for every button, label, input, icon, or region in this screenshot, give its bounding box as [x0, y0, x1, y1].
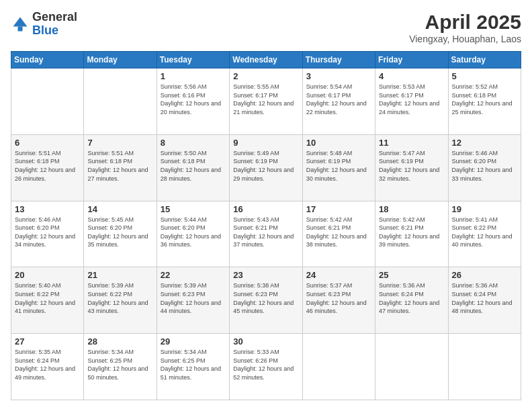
calendar-cell [448, 334, 521, 400]
calendar-cell: 16Sunrise: 5:43 AMSunset: 6:21 PMDayligh… [230, 201, 302, 267]
calendar-cell: 12Sunrise: 5:46 AMSunset: 6:20 PMDayligh… [448, 134, 521, 201]
logo-general-text: General [32, 11, 77, 24]
day-info: Sunrise: 5:45 AMSunset: 6:20 PMDaylight:… [87, 216, 152, 249]
day-info: Sunrise: 5:48 AMSunset: 6:19 PMDaylight:… [306, 149, 371, 183]
calendar-cell: 2Sunrise: 5:55 AMSunset: 6:17 PMDaylight… [230, 68, 302, 135]
svg-marker-0 [13, 17, 28, 26]
day-number: 1 [161, 71, 226, 81]
weekday-header-thursday: Thursday [302, 52, 375, 68]
day-info: Sunrise: 5:54 AMSunset: 6:17 PMDaylight:… [306, 83, 371, 116]
day-info: Sunrise: 5:40 AMSunset: 6:22 PMDaylight:… [15, 281, 80, 315]
weekday-header-monday: Monday [84, 52, 157, 68]
calendar-cell: 13Sunrise: 5:46 AMSunset: 6:20 PMDayligh… [11, 201, 84, 267]
calendar-cell: 17Sunrise: 5:42 AMSunset: 6:21 PMDayligh… [302, 201, 375, 267]
calendar-cell: 28Sunrise: 5:34 AMSunset: 6:25 PMDayligh… [84, 334, 157, 400]
day-number: 20 [15, 270, 80, 280]
day-number: 23 [233, 270, 298, 280]
day-number: 14 [87, 204, 152, 214]
weekday-header-row: SundayMondayTuesdayWednesdayThursdayFrid… [11, 52, 521, 68]
day-number: 29 [161, 336, 226, 347]
day-info: Sunrise: 5:36 AMSunset: 6:24 PMDaylight:… [379, 281, 444, 315]
day-info: Sunrise: 5:41 AMSunset: 6:22 PMDaylight:… [452, 216, 517, 249]
day-number: 8 [161, 138, 226, 148]
day-info: Sunrise: 5:38 AMSunset: 6:23 PMDaylight:… [233, 281, 298, 315]
calendar-cell: 8Sunrise: 5:50 AMSunset: 6:18 PMDaylight… [157, 134, 229, 201]
calendar-cell: 21Sunrise: 5:39 AMSunset: 6:22 PMDayligh… [84, 267, 157, 334]
day-info: Sunrise: 5:43 AMSunset: 6:21 PMDaylight:… [233, 216, 298, 249]
day-info: Sunrise: 5:52 AMSunset: 6:18 PMDaylight:… [452, 83, 517, 116]
day-info: Sunrise: 5:42 AMSunset: 6:21 PMDaylight:… [306, 216, 371, 249]
calendar-cell: 15Sunrise: 5:44 AMSunset: 6:20 PMDayligh… [157, 201, 229, 267]
day-info: Sunrise: 5:46 AMSunset: 6:20 PMDaylight:… [452, 149, 517, 183]
calendar-cell [302, 334, 375, 400]
day-info: Sunrise: 5:51 AMSunset: 6:18 PMDaylight:… [15, 149, 80, 183]
day-number: 2 [233, 71, 298, 81]
weekday-header-sunday: Sunday [11, 52, 84, 68]
day-number: 22 [161, 270, 226, 280]
weekday-header-friday: Friday [375, 52, 448, 68]
day-number: 21 [87, 270, 152, 280]
calendar-cell: 11Sunrise: 5:47 AMSunset: 6:19 PMDayligh… [375, 134, 448, 201]
day-number: 9 [233, 138, 298, 148]
day-info: Sunrise: 5:53 AMSunset: 6:17 PMDaylight:… [379, 83, 444, 116]
calendar-cell: 10Sunrise: 5:48 AMSunset: 6:19 PMDayligh… [302, 134, 375, 201]
day-info: Sunrise: 5:34 AMSunset: 6:25 PMDaylight:… [161, 348, 226, 381]
calendar-cell [84, 68, 157, 135]
calendar-cell: 9Sunrise: 5:49 AMSunset: 6:19 PMDaylight… [230, 134, 302, 201]
calendar-cell: 7Sunrise: 5:51 AMSunset: 6:18 PMDaylight… [84, 134, 157, 201]
title-block: April 2025 Viengxay, Houaphan, Laos [409, 11, 521, 44]
day-number: 3 [306, 71, 371, 81]
week-row-2: 6Sunrise: 5:51 AMSunset: 6:18 PMDaylight… [11, 134, 521, 201]
calendar-cell: 30Sunrise: 5:33 AMSunset: 6:26 PMDayligh… [230, 334, 302, 400]
calendar-cell: 22Sunrise: 5:39 AMSunset: 6:23 PMDayligh… [157, 267, 229, 334]
day-number: 6 [15, 138, 80, 148]
day-number: 12 [452, 138, 517, 148]
calendar-cell: 29Sunrise: 5:34 AMSunset: 6:25 PMDayligh… [157, 334, 229, 400]
day-number: 17 [306, 204, 371, 214]
week-row-1: 1Sunrise: 5:56 AMSunset: 6:16 PMDaylight… [11, 68, 521, 135]
calendar-cell: 5Sunrise: 5:52 AMSunset: 6:18 PMDaylight… [448, 68, 521, 135]
day-number: 5 [452, 71, 517, 81]
calendar-cell: 14Sunrise: 5:45 AMSunset: 6:20 PMDayligh… [84, 201, 157, 267]
day-info: Sunrise: 5:51 AMSunset: 6:18 PMDaylight:… [87, 149, 152, 183]
day-info: Sunrise: 5:35 AMSunset: 6:24 PMDaylight:… [15, 348, 80, 381]
day-info: Sunrise: 5:39 AMSunset: 6:23 PMDaylight:… [161, 281, 226, 315]
subtitle: Viengxay, Houaphan, Laos [409, 34, 521, 44]
day-number: 11 [379, 138, 444, 148]
calendar-cell: 6Sunrise: 5:51 AMSunset: 6:18 PMDaylight… [11, 134, 84, 201]
week-row-5: 27Sunrise: 5:35 AMSunset: 6:24 PMDayligh… [11, 334, 521, 400]
day-info: Sunrise: 5:50 AMSunset: 6:18 PMDaylight:… [161, 149, 226, 183]
day-number: 26 [452, 270, 517, 280]
day-number: 24 [306, 270, 371, 280]
svg-rect-1 [18, 26, 23, 31]
day-number: 15 [161, 204, 226, 214]
day-number: 4 [379, 71, 444, 81]
weekday-header-tuesday: Tuesday [157, 52, 229, 68]
calendar-table: SundayMondayTuesdayWednesdayThursdayFrid… [11, 51, 521, 400]
logo: General Blue [11, 11, 77, 38]
day-info: Sunrise: 5:36 AMSunset: 6:24 PMDaylight:… [452, 281, 517, 315]
calendar-cell [375, 334, 448, 400]
day-number: 16 [233, 204, 298, 214]
calendar-cell [11, 68, 84, 135]
week-row-3: 13Sunrise: 5:46 AMSunset: 6:20 PMDayligh… [11, 201, 521, 267]
day-info: Sunrise: 5:42 AMSunset: 6:21 PMDaylight:… [379, 216, 444, 249]
calendar-cell: 20Sunrise: 5:40 AMSunset: 6:22 PMDayligh… [11, 267, 84, 334]
calendar-cell: 25Sunrise: 5:36 AMSunset: 6:24 PMDayligh… [375, 267, 448, 334]
calendar-cell: 26Sunrise: 5:36 AMSunset: 6:24 PMDayligh… [448, 267, 521, 334]
day-info: Sunrise: 5:46 AMSunset: 6:20 PMDaylight:… [15, 216, 80, 249]
calendar-cell: 23Sunrise: 5:38 AMSunset: 6:23 PMDayligh… [230, 267, 302, 334]
day-number: 13 [15, 204, 80, 214]
day-info: Sunrise: 5:49 AMSunset: 6:19 PMDaylight:… [233, 149, 298, 183]
calendar-cell: 1Sunrise: 5:56 AMSunset: 6:16 PMDaylight… [157, 68, 229, 135]
day-number: 25 [379, 270, 444, 280]
day-number: 10 [306, 138, 371, 148]
calendar-cell: 18Sunrise: 5:42 AMSunset: 6:21 PMDayligh… [375, 201, 448, 267]
day-info: Sunrise: 5:33 AMSunset: 6:26 PMDaylight:… [233, 348, 298, 381]
logo-blue-text: Blue [32, 24, 77, 38]
day-info: Sunrise: 5:39 AMSunset: 6:22 PMDaylight:… [87, 281, 152, 315]
logo-text: General Blue [32, 11, 77, 38]
calendar-cell: 27Sunrise: 5:35 AMSunset: 6:24 PMDayligh… [11, 334, 84, 400]
day-number: 30 [233, 336, 298, 347]
day-number: 27 [15, 336, 80, 347]
